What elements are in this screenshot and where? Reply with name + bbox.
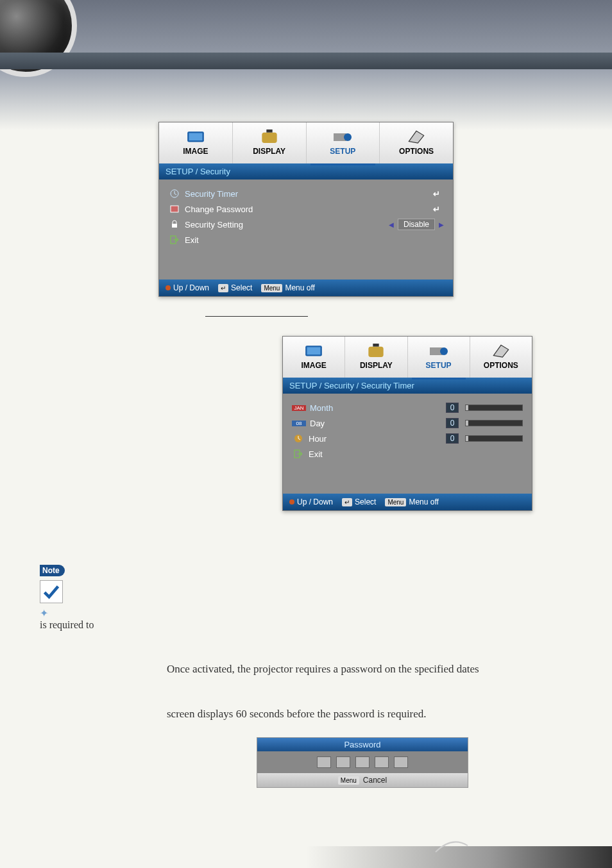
- monitor-icon: [187, 130, 205, 144]
- password-digit[interactable]: [394, 756, 408, 768]
- tab-options[interactable]: OPTIONS: [470, 337, 532, 378]
- password-icon: [168, 205, 181, 213]
- svg-rect-1: [189, 133, 202, 140]
- row-change-password[interactable]: Change Password ↵: [168, 201, 444, 217]
- right-arrow-icon[interactable]: ▶: [439, 221, 444, 228]
- password-footer: Menu Cancel: [257, 773, 468, 787]
- footer-updown: Up / Down: [297, 497, 333, 506]
- svg-point-5: [344, 133, 352, 141]
- password-digit[interactable]: [375, 756, 389, 768]
- password-title: Password: [257, 738, 468, 751]
- slider[interactable]: [465, 435, 523, 442]
- display-icon: [367, 344, 385, 358]
- month-badge-icon: JAN: [292, 405, 306, 411]
- osd-tabbar: IMAGE DISPLAY SETUP OPTIONS: [159, 122, 453, 163]
- breadcrumb: SETUP / Security: [159, 163, 453, 179]
- enter-key-icon: ↵: [218, 284, 228, 292]
- tab-setup[interactable]: SETUP: [307, 122, 380, 163]
- row-label: Exit: [185, 235, 444, 245]
- row-day[interactable]: 08 Day 0: [292, 415, 523, 431]
- row-label: Hour: [309, 434, 446, 444]
- svg-rect-8: [172, 224, 177, 228]
- nav-dot-icon: [166, 285, 171, 290]
- tab-label: DISPLAY: [360, 361, 393, 370]
- svg-rect-11: [307, 347, 321, 355]
- svg-rect-3: [266, 129, 272, 133]
- tab-label: SETUP: [426, 361, 452, 370]
- exit-icon: [292, 449, 305, 458]
- osd-footer: Up / Down ↵Select MenuMenu off: [283, 494, 532, 510]
- row-security-timer[interactable]: Security Timer ↵: [168, 186, 444, 201]
- setup-icon: [334, 130, 352, 144]
- tab-label: IMAGE: [301, 361, 326, 370]
- tab-label: IMAGE: [183, 147, 208, 156]
- row-security-setting[interactable]: Security Setting ◀ Disable ▶: [168, 217, 444, 232]
- menu-key-icon: Menu: [338, 776, 359, 785]
- day-badge-icon: 08: [292, 421, 306, 426]
- nav-dot-icon: [289, 499, 294, 505]
- tab-image[interactable]: IMAGE: [159, 122, 233, 163]
- row-label: Change Password: [185, 204, 429, 214]
- exit-icon: [168, 235, 181, 244]
- row-exit[interactable]: Exit: [168, 232, 444, 247]
- menu-key-icon: Menu: [385, 498, 406, 506]
- value-cell: 0: [446, 433, 459, 444]
- page-footer-bar: [0, 846, 612, 868]
- row-label: Security Setting: [185, 220, 389, 230]
- breadcrumb: SETUP / Security / Security Timer: [283, 378, 532, 394]
- enter-arrow-icon: ↵: [429, 189, 444, 199]
- note-block: Note ✦ is required to: [40, 564, 130, 631]
- password-digit[interactable]: [355, 756, 370, 768]
- tab-image[interactable]: IMAGE: [283, 337, 345, 378]
- checkmark-icon: [40, 580, 63, 603]
- tab-setup[interactable]: SETUP: [408, 337, 470, 378]
- row-hour[interactable]: Hour 0: [292, 431, 523, 446]
- tab-label: SETUP: [330, 147, 355, 156]
- password-digit[interactable]: [336, 756, 350, 768]
- display-icon: [260, 130, 278, 144]
- enter-key-icon: ↵: [342, 498, 352, 506]
- cancel-label: Cancel: [363, 776, 387, 785]
- setup-icon: [430, 344, 448, 358]
- row-label: Security Timer: [185, 189, 429, 199]
- tab-options[interactable]: OPTIONS: [380, 122, 453, 163]
- value-cell: 0: [446, 418, 459, 428]
- note-badge: Note: [40, 565, 65, 576]
- left-arrow-icon[interactable]: ◀: [389, 221, 394, 228]
- section-divider: [205, 316, 308, 317]
- body-text-1: Once activated, the projector requires a…: [167, 660, 574, 679]
- enter-arrow-icon: ↵: [429, 204, 444, 214]
- slider[interactable]: [465, 405, 523, 411]
- swoosh-icon: [432, 836, 471, 855]
- password-input-row: [257, 751, 468, 773]
- row-month[interactable]: JAN Month 0: [292, 400, 523, 415]
- osd-footer: Up / Down ↵Select MenuMenu off: [159, 280, 453, 296]
- menu-key-icon: Menu: [261, 284, 282, 292]
- svg-point-15: [440, 347, 448, 355]
- clock-icon: [292, 434, 305, 443]
- options-icon: [492, 344, 510, 358]
- osd-panel-security: IMAGE DISPLAY SETUP OPTIONS: [158, 122, 454, 297]
- password-panel: Password Menu Cancel: [257, 737, 468, 788]
- tab-display[interactable]: DISPLAY: [345, 337, 407, 378]
- lock-icon: [168, 220, 181, 229]
- tab-display[interactable]: DISPLAY: [233, 122, 307, 163]
- value-pill: Disable: [398, 219, 435, 230]
- body-text-2: screen displays 60 seconds before the pa…: [167, 705, 574, 724]
- svg-rect-7: [171, 206, 178, 212]
- slider[interactable]: [465, 420, 523, 426]
- row-label: Day: [310, 419, 446, 428]
- row-label: Exit: [309, 449, 523, 459]
- value-cell: 0: [446, 403, 459, 413]
- header-stripe: [0, 53, 612, 69]
- footer-menuoff: Menu off: [285, 283, 314, 292]
- clock-icon: [168, 189, 181, 198]
- footer-select: Select: [231, 283, 252, 292]
- tab-label: OPTIONS: [399, 147, 434, 156]
- password-digit[interactable]: [317, 756, 331, 768]
- bullet-icon: ✦: [40, 607, 48, 619]
- row-label: Month: [310, 403, 446, 413]
- footer-menuoff: Menu off: [409, 497, 438, 506]
- row-exit[interactable]: Exit: [292, 446, 523, 462]
- svg-rect-13: [373, 344, 379, 347]
